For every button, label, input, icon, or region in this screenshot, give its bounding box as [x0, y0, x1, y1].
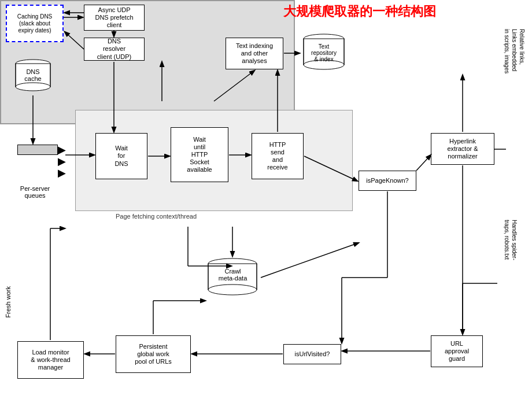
page-fetching-label: Page fetching context/thread	[116, 213, 197, 220]
dns-cache-label: DNScache	[13, 68, 53, 82]
is-url-visited-box: isUrlVisited?	[283, 344, 341, 364]
wait-dns-label: WaitforDNS	[114, 145, 128, 168]
wait-http-box: WaituntilHTTPSocketavailable	[171, 127, 228, 182]
wait-http-label: WaituntilHTTPSocketavailable	[187, 136, 212, 174]
diagram: 大规模爬取器的一种结构图 Caching DNS(slack aboutexpi…	[0, 0, 532, 399]
dns-cache-cylinder: DNScache	[13, 58, 53, 95]
svg-point-7	[16, 83, 50, 91]
hyperlink-box: Hyperlinkextractor &normalizer	[431, 133, 494, 165]
http-send-label: HTTPsendandreceive	[267, 141, 287, 172]
url-approval-label: URLapprovalguard	[445, 340, 469, 363]
dns-resolver-box: DNSresolverclient (UDP)	[84, 38, 145, 61]
per-server-label: Per-serverqueues	[10, 185, 60, 199]
crawl-meta-cylinder: Crawlmeta-data	[205, 257, 260, 298]
svg-point-12	[208, 285, 257, 295]
hyperlink-label: Hyperlinkextractor &normalizer	[447, 138, 478, 161]
text-repository-cylinder: Textrepository& index	[301, 32, 347, 72]
handles-spider-label: Handles spider-traps, robots.txt	[503, 220, 518, 260]
caching-dns-label: Caching DNS(slack aboutexpiry dates)	[17, 13, 53, 34]
is-url-visited-label: isUrlVisited?	[295, 350, 330, 358]
title: 大规模爬取器的一种结构图	[283, 3, 436, 20]
arrow-triangle-2: ▶	[58, 156, 66, 167]
load-monitor-label: Load monitor& work-threadmanager	[31, 349, 70, 372]
load-monitor-box: Load monitor& work-threadmanager	[17, 341, 84, 379]
async-udp-box: Async UDPDNS prefetchclient	[84, 5, 145, 31]
async-udp-label: Async UDPDNS prefetchclient	[95, 6, 133, 29]
caching-dns-box: Caching DNS(slack aboutexpiry dates)	[6, 5, 64, 42]
http-send-box: HTTPsendandreceive	[252, 133, 304, 179]
text-indexing-box: Text indexingand otheranalyses	[226, 38, 283, 69]
persistent-box: Persistentglobal workpool of URLs	[116, 335, 191, 373]
svg-line-40	[261, 243, 359, 278]
is-page-known-box: isPageKnown?	[359, 171, 416, 191]
persistent-label: Persistentglobal workpool of URLs	[135, 343, 172, 366]
svg-line-25	[416, 155, 431, 171]
arrow-triangle-3: ▶	[58, 168, 66, 178]
relative-links-label: Relative links,Links embeddedin scripts,…	[503, 29, 526, 73]
dns-resolver-label: DNSresolverclient (UDP)	[97, 38, 131, 61]
crawl-meta-label: Crawlmeta-data	[205, 268, 260, 282]
url-approval-box: URLapprovalguard	[431, 335, 483, 367]
queue-3	[17, 145, 58, 155]
text-repository-label: Textrepository& index	[301, 43, 347, 62]
text-indexing-label: Text indexingand otheranalyses	[236, 42, 273, 65]
fresh-work-label: Fresh work	[5, 286, 12, 317]
arrow-triangle-1: ▶	[58, 145, 66, 155]
wait-dns-box: WaitforDNS	[95, 133, 147, 179]
is-page-known-label: isPageKnown?	[366, 177, 408, 184]
